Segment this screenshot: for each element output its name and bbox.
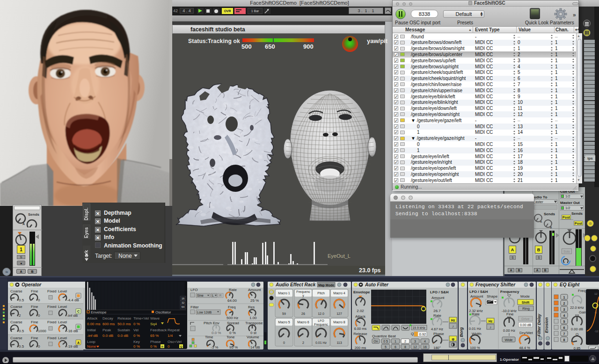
svg-text:12: 12 xyxy=(413,345,417,349)
svg-text:1.00: 1.00 xyxy=(249,316,257,320)
svg-text:1000: 1000 xyxy=(38,329,46,333)
svg-text:0.0 dB: 0.0 dB xyxy=(117,334,128,338)
svg-text:Sustain: Sustain xyxy=(117,328,130,332)
svg-text:7: 7 xyxy=(563,332,565,335)
svg-text:0.92: 0.92 xyxy=(419,332,426,336)
svg-text:0.00 ms: 0.00 ms xyxy=(87,322,100,326)
svg-text:Macro 6: Macro 6 xyxy=(297,320,309,324)
svg-text:0 %: 0 % xyxy=(133,334,140,338)
svg-text:59: 59 xyxy=(282,312,286,315)
svg-text:64: 64 xyxy=(182,306,185,308)
svg-text:4: 4 xyxy=(424,340,426,343)
svg-text:3: 3 xyxy=(414,340,416,343)
svg-text:Fine: Fine xyxy=(31,305,38,309)
svg-text:Macro 8: Macro 8 xyxy=(333,320,345,324)
svg-text:♪: ♪ xyxy=(452,324,454,328)
svg-text:0.00 Hz: 0.00 Hz xyxy=(503,328,515,333)
svg-text:4.67 Hz: 4.67 Hz xyxy=(431,327,443,331)
svg-text:Decay: Decay xyxy=(102,316,113,320)
svg-text:Frequency Shifter: Frequency Shifter xyxy=(475,282,516,287)
svg-text:0: 0 xyxy=(38,298,40,302)
svg-text:Peak: Peak xyxy=(102,328,111,332)
svg-text:1/4: 1/4 xyxy=(168,334,173,338)
svg-text:On: On xyxy=(373,340,378,343)
svg-text:Repeat: Repeat xyxy=(168,328,180,332)
svg-text:Rate: Rate xyxy=(229,288,237,292)
svg-text:Auto Filter: Auto Filter xyxy=(365,282,389,287)
svg-text:-inf dB: -inf dB xyxy=(67,313,78,318)
svg-text:Freq: Freq xyxy=(228,305,235,309)
svg-text:-12: -12 xyxy=(594,330,599,333)
svg-text:Fine: Fine xyxy=(31,289,38,293)
svg-text:Shift: Shift xyxy=(522,300,530,305)
svg-text:Time: Time xyxy=(205,335,213,339)
svg-text:8: 8 xyxy=(404,345,406,349)
svg-text:0: 0 xyxy=(283,341,285,344)
svg-text:2.02: 2.02 xyxy=(357,309,364,313)
svg-text:Freq: Freq xyxy=(578,289,585,293)
svg-text:Filter Delay: Filter Delay xyxy=(537,313,541,337)
svg-text:0.5: 0.5 xyxy=(19,298,24,302)
svg-text:Quantize Beat: Quantize Beat xyxy=(372,334,396,338)
svg-text:Operator: Operator xyxy=(22,282,42,287)
svg-text:Vel: Vel xyxy=(133,328,139,332)
svg-text:R: R xyxy=(161,345,164,348)
svg-text:Initial: Initial xyxy=(87,328,96,332)
svg-text:0 %: 0 % xyxy=(150,344,157,349)
svg-text:Sq4: Sq4 xyxy=(150,322,157,326)
svg-text:Drive: Drive xyxy=(521,317,530,321)
svg-text:Envelope: Envelope xyxy=(91,310,107,314)
svg-text:0.0 dB: 0.0 dB xyxy=(102,334,113,338)
svg-text:127: 127 xyxy=(336,312,342,315)
svg-text:Q: Q xyxy=(180,345,183,348)
svg-text:Frequenc: Frequenc xyxy=(314,323,328,327)
svg-text:Fixed: Fixed xyxy=(47,320,57,324)
svg-text:Frequency: Frequency xyxy=(500,290,519,294)
svg-text:Macro 1: Macro 1 xyxy=(278,291,290,295)
svg-text:Attack: Attack xyxy=(87,316,98,320)
svg-text:2: 2 xyxy=(563,302,565,305)
svg-text:0.5: 0.5 xyxy=(19,344,24,349)
svg-text:64.00: 64.00 xyxy=(227,298,237,303)
svg-text:25 %: 25 % xyxy=(250,298,259,303)
svg-text:0: 0 xyxy=(38,344,40,349)
svg-text:A: A xyxy=(540,220,542,223)
svg-text:Feedback: Feedback xyxy=(150,328,167,332)
svg-text:Tone: Tone xyxy=(226,335,235,339)
svg-text:12: 12 xyxy=(594,292,598,295)
svg-text:1: 1 xyxy=(394,340,396,343)
svg-text:Coarse: Coarse xyxy=(10,289,22,293)
svg-text:16: 16 xyxy=(182,297,185,300)
svg-text:5: 5 xyxy=(385,345,387,349)
svg-text:L: L xyxy=(212,294,214,297)
svg-text:Hz: Hz xyxy=(489,320,493,323)
svg-text:LFO: LFO xyxy=(190,288,198,292)
svg-text:Fine: Fine xyxy=(506,312,514,316)
svg-text:0 %: 0 % xyxy=(133,322,140,326)
svg-text:6.00 ms: 6.00 ms xyxy=(354,327,367,331)
svg-text:Level: Level xyxy=(58,336,67,340)
svg-text:12.0: 12.0 xyxy=(318,312,324,315)
svg-text:0.00 dB: 0.00 dB xyxy=(520,323,531,327)
svg-text:0 %: 0 % xyxy=(229,331,236,335)
svg-text:50.0 ms: 50.0 ms xyxy=(117,322,131,326)
svg-text:Level: Level xyxy=(58,289,67,293)
svg-text:500 Hz: 500 Hz xyxy=(226,316,238,320)
svg-text:0: 0 xyxy=(38,313,40,318)
svg-text:Spread: Spread xyxy=(227,321,239,325)
svg-text:26: 26 xyxy=(301,312,305,315)
svg-text:y: y xyxy=(302,294,304,298)
svg-text:Dry/Wet: Dry/Wet xyxy=(519,331,533,335)
svg-text:26.7: 26.7 xyxy=(433,309,441,313)
svg-text:Amount: Amount xyxy=(248,288,261,292)
svg-text:Hz: Hz xyxy=(451,319,455,322)
svg-text:-3 %: -3 % xyxy=(211,345,218,349)
svg-text:65 %: 65 % xyxy=(150,334,159,338)
svg-text:2: 2 xyxy=(302,341,304,344)
svg-text:5: 5 xyxy=(563,320,565,323)
svg-text:Envelope: Envelope xyxy=(353,290,370,294)
svg-text:A: A xyxy=(77,341,80,344)
svg-text:Fixed: Fixed xyxy=(47,289,57,293)
svg-text:None: None xyxy=(87,344,96,349)
svg-text:19.9 kHz: 19.9 kHz xyxy=(412,326,425,329)
